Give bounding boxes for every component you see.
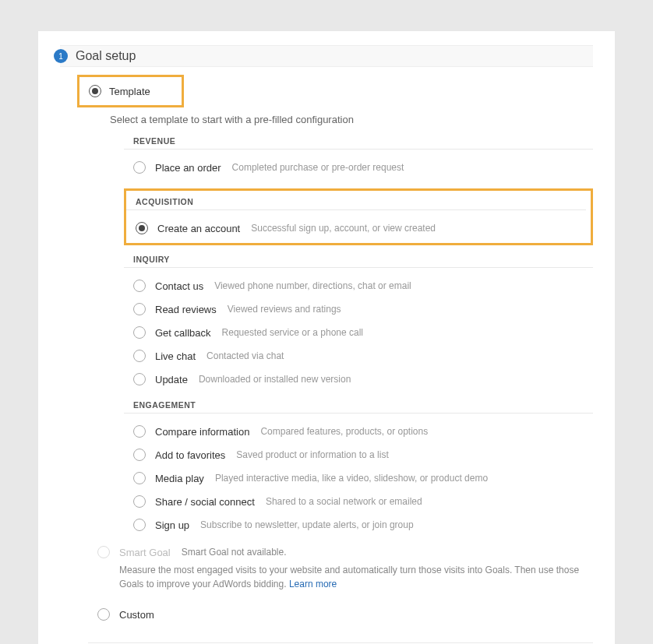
option-label: Share / social connect [155,496,255,508]
option-compare-information[interactable]: Compare information Compared features, p… [124,420,593,443]
smart-goal-status: Smart Goal not available. [182,547,287,558]
option-desc: Successful sign up, account, or view cre… [251,223,436,234]
option-update[interactable]: Update Downloaded or installed new versi… [124,368,593,391]
custom-block: Custom [97,608,593,621]
option-label: Compare information [155,426,249,438]
category-revenue: REVENUE Place an order Completed purchas… [124,136,593,179]
option-label: Read reviews [155,304,217,315]
smart-goal-desc-text: Measure the most engaged visits to your … [119,565,579,589]
learn-more-link[interactable]: Learn more [289,579,337,589]
option-create-an-account[interactable]: Create an account Successful sign up, ac… [126,216,586,240]
option-desc: Saved product or information to a list [236,449,388,460]
option-label: Contact us [155,280,203,292]
option-add-to-favorites[interactable]: Add to favorites Saved product or inform… [124,443,593,466]
step-number-badge: 1 [54,49,68,63]
option-place-an-order[interactable]: Place an order Completed purchase or pre… [124,156,593,179]
category-engagement: ENGAGEMENT Compare information Compared … [124,400,593,537]
radio-smart-goal [97,546,110,558]
radio-media-play[interactable] [133,472,146,484]
radio-contact-us[interactable] [133,280,146,292]
smart-goal-block: Smart Goal Smart Goal not available. Mea… [97,546,593,591]
option-live-chat[interactable]: Live chat Contacted via chat [124,344,593,368]
option-desc: Shared to a social network or emailed [266,496,422,507]
option-share-social-connect[interactable]: Share / social connect Shared to a socia… [124,490,593,513]
smart-goal-label: Smart Goal [119,547,171,558]
option-label: Create an account [157,223,240,234]
template-radio-highlight: Template [77,75,184,107]
option-read-reviews[interactable]: Read reviews Viewed reviews and ratings [124,297,593,321]
option-desc: Requested service or a phone call [222,327,363,338]
option-label: Sign up [155,519,189,531]
radio-share-social-connect[interactable] [133,495,146,508]
custom-label: Custom [119,609,154,621]
radio-template[interactable] [89,85,101,97]
option-desc: Contacted via chat [206,350,284,361]
radio-add-to-favorites[interactable] [133,449,146,461]
option-label: Update [155,374,188,385]
acquisition-highlight: ACQUISITION Create an account Successful… [124,188,593,245]
step-title: Goal setup [76,49,136,63]
goal-setup-panel: 1 Goal setup Template Select a template … [38,31,615,644]
heading-revenue: REVENUE [124,136,593,150]
option-desc: Viewed reviews and ratings [228,304,341,315]
option-desc: Completed purchase or pre-order request [232,162,404,173]
option-label: Media play [155,473,204,484]
radio-get-callback[interactable] [133,326,146,339]
option-desc: Viewed phone number, directions, chat or… [214,280,411,291]
template-label: Template [109,86,150,97]
template-hint: Select a template to start with a pre-fi… [110,114,593,125]
heading-acquisition: ACQUISITION [126,197,586,210]
separator [88,642,593,643]
option-desc: Played interactive media, like a video, … [215,473,488,484]
radio-read-reviews[interactable] [133,303,146,315]
heading-engagement: ENGAGEMENT [124,400,593,413]
option-sign-up[interactable]: Sign up Subscribe to newsletter, update … [124,513,593,537]
option-label: Get callback [155,327,211,339]
radio-sign-up[interactable] [133,519,146,531]
option-label: Add to favorites [155,449,225,461]
radio-compare-information[interactable] [133,425,146,438]
option-media-play[interactable]: Media play Played interactive media, lik… [124,466,593,490]
radio-place-an-order[interactable] [133,161,146,174]
radio-update[interactable] [133,373,146,385]
option-custom[interactable]: Custom [97,608,593,621]
option-label: Place an order [155,162,221,174]
option-desc: Downloaded or installed new version [199,374,351,385]
option-desc: Subscribe to newsletter, update alerts, … [200,519,414,530]
smart-goal-description: Measure the most engaged visits to your … [119,563,593,591]
option-get-callback[interactable]: Get callback Requested service or a phon… [124,321,593,344]
option-desc: Compared features, products, or options [260,426,428,437]
smart-goal-row: Smart Goal Smart Goal not available. [97,546,593,558]
heading-inquiry: INQUIRY [124,255,593,268]
radio-live-chat[interactable] [133,350,146,362]
step-header: 1 Goal setup [60,45,593,67]
radio-create-an-account[interactable] [136,222,148,234]
option-contact-us[interactable]: Contact us Viewed phone number, directio… [124,274,593,297]
radio-custom[interactable] [97,608,110,621]
option-label: Live chat [155,350,196,362]
category-inquiry: INQUIRY Contact us Viewed phone number, … [124,255,593,391]
